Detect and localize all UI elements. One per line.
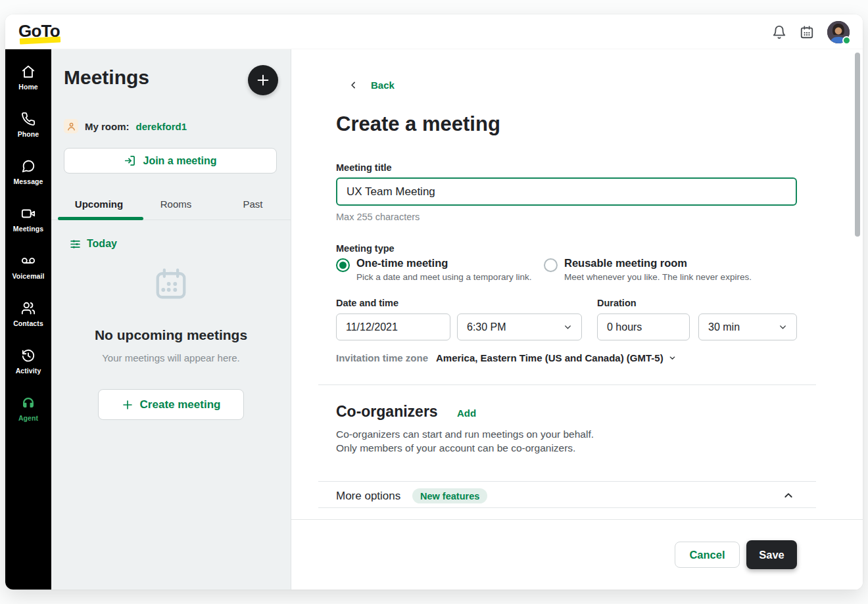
sidebar-label-contacts: Contacts — [13, 319, 43, 327]
panel-title: Meetings — [64, 66, 149, 89]
minutes-select[interactable]: 30 min — [698, 314, 797, 340]
reusable-room-label: Reusable meeting room — [564, 257, 752, 270]
header-actions — [772, 14, 850, 49]
meetings-panel: Meetings My room: derekford1 Join a meet… — [51, 49, 291, 590]
app-window: GoTo Home Phone — [5, 14, 863, 590]
meeting-title-input[interactable] — [336, 177, 797, 206]
meeting-title-helper: Max 255 characters — [336, 212, 420, 222]
duration-label: Duration — [597, 298, 637, 308]
sidebar-item-home[interactable]: Home — [5, 58, 51, 97]
scrollbar-thumb[interactable] — [855, 53, 860, 237]
sidebar-item-activity[interactable]: Activity — [5, 342, 51, 381]
contacts-icon — [21, 301, 36, 315]
chevron-down-icon — [564, 323, 572, 331]
co-organizers-desc-2: Only members of your account can be co-o… — [336, 442, 575, 454]
sidebar-label-meetings: Meetings — [13, 225, 43, 233]
join-meeting-label: Join a meeting — [143, 155, 216, 167]
time-select[interactable]: 6:30 PM — [457, 314, 582, 340]
section-divider — [318, 507, 816, 508]
save-button[interactable]: Save — [746, 540, 797, 569]
empty-state-subtitle: Your meetings will appear here. — [51, 352, 291, 363]
chevron-up-icon[interactable] — [783, 490, 794, 501]
empty-calendar-icon — [153, 266, 189, 302]
activity-history-icon — [21, 348, 36, 363]
sidebar-label-voicemail: Voicemail — [12, 272, 44, 280]
timezone-label: Invitation time zone — [336, 352, 428, 363]
plus-icon — [122, 399, 133, 411]
sidebar-label-activity: Activity — [16, 367, 41, 375]
hours-field[interactable] — [597, 314, 690, 340]
tab-upcoming[interactable]: Upcoming — [60, 195, 137, 217]
date-input[interactable] — [346, 321, 441, 333]
user-avatar[interactable] — [827, 21, 850, 43]
time-select-value: 6:30 PM — [467, 321, 506, 333]
home-icon — [21, 64, 36, 79]
new-meeting-plus-button[interactable] — [248, 65, 278, 95]
my-room-link[interactable]: derekford1 — [136, 121, 187, 132]
chevron-down-icon — [669, 354, 676, 361]
sidebar-label-agent: Agent — [18, 414, 38, 422]
app-nav-rail: Home Phone Message Meetings Voicemail Co… — [5, 49, 51, 590]
phone-icon — [21, 112, 36, 126]
hours-input[interactable] — [607, 321, 680, 333]
log-in-icon — [124, 154, 136, 167]
back-link[interactable]: Back — [349, 80, 395, 91]
my-room-row[interactable]: My room: derekford1 — [64, 119, 187, 133]
section-divider — [318, 481, 816, 482]
join-meeting-button[interactable]: Join a meeting — [64, 148, 277, 174]
presence-dot — [842, 36, 851, 45]
goto-logo: GoTo — [18, 21, 64, 45]
reusable-room-desc: Meet whenever you like. The link never e… — [564, 272, 752, 282]
meeting-type-label: Meeting type — [336, 243, 395, 254]
cancel-button[interactable]: Cancel — [675, 542, 740, 568]
timezone-row: Invitation time zone America, Eastern Ti… — [336, 352, 676, 363]
timezone-select[interactable]: America, Eastern Time (US and Canada) (G… — [436, 352, 676, 363]
sidebar-item-message[interactable]: Message — [5, 152, 51, 191]
new-features-badge: New features — [412, 488, 487, 503]
radio-reusable-room[interactable]: Reusable meeting room Meet whenever you … — [544, 257, 752, 282]
today-filter[interactable]: Today — [70, 238, 117, 250]
goto-logo-text: GoTo — [18, 21, 64, 41]
one-time-meeting-desc: Pick a date and meet using a temporary l… — [356, 272, 531, 282]
date-field[interactable] — [336, 314, 450, 340]
minutes-select-value: 30 min — [708, 321, 740, 333]
meeting-title-label: Meeting title — [336, 162, 392, 173]
tab-past[interactable]: Past — [214, 195, 291, 217]
chevron-down-icon — [779, 323, 787, 331]
sliders-icon — [70, 239, 81, 250]
bell-icon[interactable] — [772, 25, 786, 39]
section-divider — [318, 384, 816, 385]
sidebar-item-phone[interactable]: Phone — [5, 105, 51, 144]
create-meeting-pane: Back Create a meeting Meeting title Max … — [291, 49, 863, 590]
top-bar: GoTo — [5, 14, 863, 49]
video-camera-icon — [21, 206, 36, 221]
more-options-label[interactable]: More options — [336, 490, 400, 503]
co-organizers-title: Co-organizers — [336, 403, 438, 421]
back-label: Back — [371, 80, 395, 91]
radio-unselected-icon — [544, 258, 558, 272]
tab-rooms[interactable]: Rooms — [137, 195, 214, 217]
sidebar-item-contacts[interactable]: Contacts — [5, 294, 51, 333]
today-label: Today — [87, 238, 117, 250]
active-tab-indicator — [58, 217, 143, 220]
radio-one-time-meeting[interactable]: One-time meeting Pick a date and meet us… — [336, 257, 531, 282]
chevron-left-icon — [349, 81, 358, 89]
create-meeting-label: Create meeting — [140, 398, 221, 411]
create-meeting-button[interactable]: Create meeting — [98, 389, 244, 420]
sidebar-item-meetings[interactable]: Meetings — [5, 200, 51, 239]
empty-state-title: No upcoming meetings — [51, 327, 291, 343]
date-time-label: Date and time — [336, 298, 398, 308]
message-icon — [21, 159, 36, 174]
one-time-meeting-label: One-time meeting — [356, 257, 531, 270]
sidebar-item-agent[interactable]: Agent — [5, 389, 51, 428]
sidebar-label-phone: Phone — [18, 130, 39, 138]
my-room-label: My room: — [85, 121, 130, 132]
calendar-icon[interactable] — [800, 25, 814, 39]
co-organizers-add-link[interactable]: Add — [457, 407, 476, 419]
radio-selected-icon — [336, 258, 350, 272]
co-organizers-desc-1: Co-organizers can start and run meetings… — [336, 429, 594, 440]
sidebar-item-voicemail[interactable]: Voicemail — [5, 247, 51, 286]
sidebar-label-home: Home — [18, 83, 38, 91]
person-icon-box — [64, 119, 78, 133]
form-footer: Cancel Save — [291, 519, 863, 590]
